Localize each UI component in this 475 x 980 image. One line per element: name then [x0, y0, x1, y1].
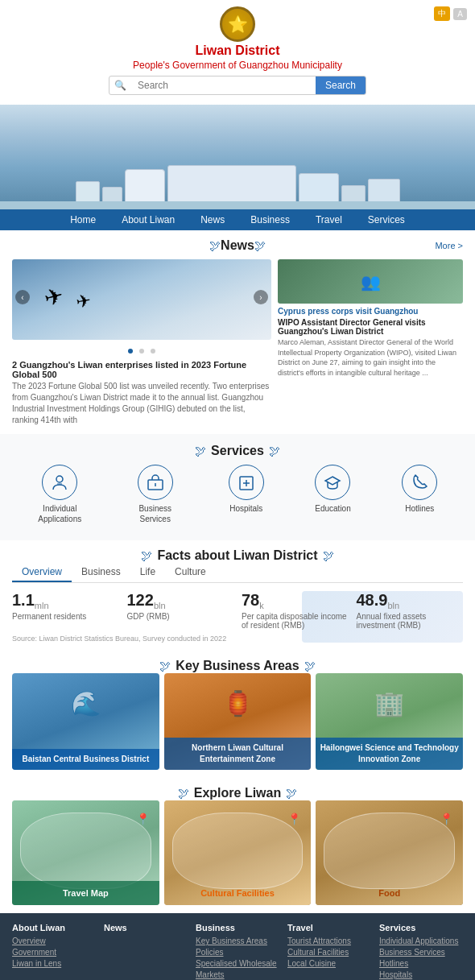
news-side-caption[interactable]: Cyprus press corps visit Guangzhou — [278, 307, 463, 316]
header: 中 A ⭐ Liwan District People's Government… — [0, 0, 475, 105]
footer-heading-news: News — [104, 923, 188, 932]
nav-business[interactable]: Business — [238, 209, 303, 230]
business-card-1-label: Baistan Central Business District — [12, 749, 159, 770]
service-hospitals[interactable]: Hospitals — [229, 465, 264, 524]
footer-heading-travel: Travel — [287, 923, 371, 932]
nav-travel[interactable]: Travel — [303, 209, 355, 230]
footer-col-business: Business Key Business Areas Policies Spe… — [196, 923, 279, 980]
service-hotlines[interactable]: Hotlines — [402, 465, 437, 524]
explore-card-travel-label: Travel Map — [12, 881, 159, 905]
news-side-title[interactable]: WIPO Assistant Director General visits G… — [278, 318, 463, 336]
nav-services[interactable]: Services — [355, 209, 418, 230]
footer-link-tourist[interactable]: Tourist Attractions — [287, 937, 371, 945]
stat-investment-label: Annual fixed assets investment (RMB) — [357, 612, 464, 630]
facts-stats: 1.1mln Permanent residents 122bln GDP (R… — [12, 591, 463, 630]
search-input[interactable] — [131, 76, 316, 94]
explore-card-cultural[interactable]: 📍 Cultural Facilities — [164, 800, 312, 905]
service-individual-icon — [42, 465, 77, 500]
explore-card-travel[interactable]: 📍 Travel Map — [12, 800, 159, 905]
deco-left-business: 🕊 — [159, 660, 171, 672]
news-prev-button[interactable]: ‹ — [15, 290, 30, 304]
explore-card-food[interactable]: 📍 Food — [316, 800, 463, 905]
footer-heading-about: About Liwan — [12, 923, 96, 932]
footer-col-about: About Liwan Overview Government Liwan in… — [12, 923, 96, 980]
footer-link-policies[interactable]: Policies — [196, 948, 279, 957]
explore-header: 🕊 Explore Liwan 🕊 — [12, 786, 463, 800]
search-icon: 🔍 — [109, 76, 131, 94]
news-dot-2[interactable] — [139, 349, 144, 354]
stat-gdp-number: 122bln — [127, 591, 234, 610]
svg-rect-1 — [57, 483, 62, 485]
business-card-3[interactable]: 🏢 Hailongwei Science and Technology Inno… — [316, 673, 463, 770]
business-grid: 🌊 Baistan Central Business District 🏮 No… — [12, 673, 463, 770]
language-switcher[interactable]: 中 A — [434, 6, 467, 21]
news-main-article: ✈ ✈ ‹ › 2 Guangzhou's Liwan enterprises … — [12, 259, 271, 426]
lang-cn-btn[interactable]: 中 — [434, 6, 450, 21]
explore-card-food-label: Food — [316, 881, 463, 905]
services-title: Services — [211, 444, 264, 458]
news-more-link[interactable]: More > — [435, 241, 463, 250]
service-hotlines-icon — [402, 465, 437, 500]
service-individual[interactable]: Individual Applications — [38, 465, 82, 524]
footer-link-wholesale[interactable]: Specialised Wholesale — [196, 959, 279, 968]
deco-left-facts: 🕊 — [141, 549, 152, 562]
footer-link-hospitals[interactable]: Hospitals — [379, 970, 463, 979]
business-card-2[interactable]: 🏮 Northern Liwan Cultural Entertainment … — [164, 673, 312, 770]
footer-link-individual[interactable]: Individual Applications — [379, 937, 463, 945]
search-button[interactable]: Search — [316, 76, 366, 94]
footer-col-travel: Travel Tourist Attractions Cultural Faci… — [287, 923, 371, 980]
tab-culture[interactable]: Culture — [165, 563, 216, 582]
footer-link-hotlines[interactable]: Hotlines — [379, 959, 463, 968]
services-section: 🕊 Services 🕊 Individual Applications Bus… — [0, 434, 475, 540]
footer-link-government[interactable]: Government — [12, 948, 96, 957]
footer-heading-business: Business — [196, 923, 279, 932]
news-carousel-dots — [12, 342, 271, 357]
footer-link-biz-services[interactable]: Business Services — [379, 948, 463, 957]
deco-right-services: 🕊 — [269, 445, 280, 457]
footer-link-lens[interactable]: Liwan in Lens — [12, 959, 96, 968]
services-header: 🕊 Services 🕊 — [12, 444, 463, 458]
tab-business[interactable]: Business — [72, 563, 130, 582]
service-education[interactable]: Education — [315, 465, 350, 524]
explore-section: 🕊 Explore Liwan 🕊 📍 Travel Map 📍 Cultura… — [0, 778, 475, 913]
service-business-label: Business Services — [133, 503, 177, 524]
service-business[interactable]: Business Services — [133, 465, 177, 524]
news-side-panel: 👥 Cyprus press corps visit Guangzhou WIP… — [278, 259, 463, 426]
news-title: News — [221, 238, 254, 253]
tab-overview[interactable]: Overview — [12, 563, 72, 582]
nav-about-liwan[interactable]: About Liwan — [109, 209, 188, 230]
service-business-icon — [138, 465, 173, 500]
facts-section: 🕊 Facts about Liwan District 🕊 Overview … — [0, 540, 475, 651]
news-next-button[interactable]: › — [254, 290, 268, 304]
business-header: 🕊 Key Business Areas 🕊 — [12, 659, 463, 673]
footer-link-markets[interactable]: Markets — [196, 970, 279, 979]
business-card-2-label: Northern Liwan Cultural Entertainment Zo… — [164, 738, 312, 770]
stat-income-number: 78k — [242, 591, 349, 610]
facts-title: Facts about Liwan District — [157, 548, 317, 563]
footer-link-overview[interactable]: Overview — [12, 937, 96, 945]
tab-life[interactable]: Life — [130, 563, 165, 582]
svg-point-0 — [56, 476, 63, 482]
business-card-1[interactable]: 🌊 Baistan Central Business District — [12, 673, 159, 770]
stat-gdp-label: GDP (RMB) — [127, 612, 234, 621]
service-hospitals-icon — [229, 465, 264, 500]
facts-tabs: Overview Business Life Culture — [12, 563, 463, 583]
footer-link-kba[interactable]: Key Business Areas — [196, 937, 279, 945]
stat-residents-label: Permanent residents — [12, 612, 119, 621]
stat-investment-number: 48.9bln — [357, 591, 464, 610]
news-dot-3[interactable] — [151, 349, 155, 354]
service-education-icon — [315, 465, 350, 500]
footer-link-cuisine[interactable]: Local Cuisine — [287, 959, 371, 968]
nav-home[interactable]: Home — [57, 209, 109, 230]
news-main-title[interactable]: 2 Guangzhou's Liwan enterprises listed i… — [12, 360, 271, 379]
footer-link-cultural[interactable]: Cultural Facilities — [287, 948, 371, 957]
explore-card-cultural-label: Cultural Facilities — [164, 881, 312, 905]
lang-en-btn[interactable]: A — [453, 8, 467, 20]
nav-news[interactable]: News — [188, 209, 238, 230]
service-individual-label: Individual Applications — [38, 503, 82, 524]
news-dot-1[interactable] — [128, 349, 133, 354]
deco-right-explore: 🕊 — [286, 787, 297, 800]
stat-gdp: 122bln GDP (RMB) — [127, 591, 234, 630]
stat-investment: 48.9bln Annual fixed assets investment (… — [357, 591, 464, 630]
deco-right-business: 🕊 — [304, 660, 316, 672]
